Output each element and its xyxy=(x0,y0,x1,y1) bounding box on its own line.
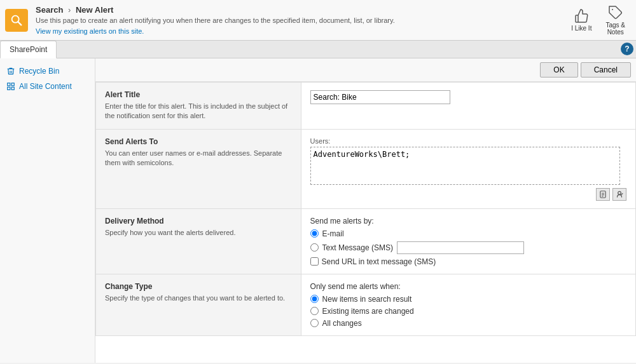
breadcrumb-start: Search xyxy=(36,5,63,15)
send-alerts-to-input-cell: Users: AdventureWorks\Brett; xyxy=(301,129,635,208)
breadcrumb-separator: › xyxy=(68,5,71,15)
change-type-description: Specify the type of changes that you wan… xyxy=(105,293,292,303)
check-names-icon xyxy=(615,190,624,199)
help-button[interactable]: ? xyxy=(621,43,633,55)
delivery-method-label: Delivery Method xyxy=(105,217,292,226)
change-type-label-cell: Change Type Specify the type of changes … xyxy=(96,274,301,335)
email-label: E-mail xyxy=(322,229,344,238)
email-row: E-mail xyxy=(310,229,626,238)
alert-link[interactable]: View my existing alerts on this site. xyxy=(36,27,565,35)
change-radio-0[interactable] xyxy=(310,295,319,303)
delivery-method-label-cell: Delivery Method Specify how you want the… xyxy=(96,208,301,274)
alert-title-input[interactable] xyxy=(310,90,450,104)
check-names-button[interactable] xyxy=(612,188,626,201)
alert-title-row: Alert Title Enter the title for this ale… xyxy=(96,83,636,130)
action-bar: OK Cancel xyxy=(95,58,636,82)
alert-title-label: Alert Title xyxy=(105,90,292,99)
svg-rect-4 xyxy=(11,83,14,86)
svg-point-10 xyxy=(618,191,621,194)
sidebar: Recycle Bin All Site Content xyxy=(0,58,95,363)
header-text: Search › New Alert Use this page to crea… xyxy=(36,5,565,34)
form-table: Alert Title Enter the title for this ale… xyxy=(95,82,636,336)
all-site-content-icon xyxy=(6,82,15,91)
send-alerts-to-label-cell: Send Alerts To You can enter user names … xyxy=(96,129,301,208)
change-label-0: New items in search result xyxy=(322,295,412,304)
thumbs-up-icon xyxy=(574,8,589,24)
sidebar-item-all-site-content[interactable]: All Site Content xyxy=(0,79,95,94)
breadcrumb: Search › New Alert xyxy=(36,5,565,15)
change-radio-1[interactable] xyxy=(310,307,319,315)
change-type-radio-group: New items in search result Existing item… xyxy=(310,295,626,328)
change-type-option-1: Existing items are changed xyxy=(310,307,626,316)
address-book-icon xyxy=(598,190,607,199)
sms-label: Text Message (SMS) xyxy=(322,243,393,252)
delivery-method-input-cell: Send me alerts by: E-mail Text Message (… xyxy=(301,208,635,274)
i-like-it-label: I Like It xyxy=(571,25,591,32)
change-type-row: Change Type Specify the type of changes … xyxy=(96,274,636,335)
sms-input[interactable] xyxy=(397,241,524,254)
sidebar-all-site-content-label: All Site Content xyxy=(19,82,72,91)
breadcrumb-page: New Alert xyxy=(76,5,113,15)
email-radio[interactable] xyxy=(310,229,319,238)
app-icon xyxy=(5,9,28,32)
send-alerts-to-description: You can enter user names or e-mail addre… xyxy=(105,149,292,168)
alert-title-description: Enter the title for this alert. This is … xyxy=(105,102,292,121)
content: OK Cancel Alert Title Enter the title fo… xyxy=(95,58,636,363)
send-url-row: Send URL in text message (SMS) xyxy=(310,257,626,266)
users-textarea[interactable]: AdventureWorks\Brett; xyxy=(310,147,620,185)
send-alerts-to-row: Send Alerts To You can enter user names … xyxy=(96,129,636,208)
send-alerts-by-label: Send me alerts by: xyxy=(310,217,626,226)
address-book-button[interactable] xyxy=(596,188,610,201)
svg-rect-5 xyxy=(8,87,10,90)
sidebar-recycle-bin-label: Recycle Bin xyxy=(19,67,59,76)
recycle-bin-icon xyxy=(6,67,15,76)
top-bar: Search › New Alert Use this page to crea… xyxy=(0,0,636,41)
change-type-option-0: New items in search result xyxy=(310,295,626,304)
search-app-icon xyxy=(10,13,24,27)
send-alerts-to-label: Send Alerts To xyxy=(105,137,292,146)
svg-rect-6 xyxy=(11,87,14,90)
main-layout: Recycle Bin All Site Content OK Cancel A… xyxy=(0,58,636,363)
tab-sharepoint[interactable]: SharePoint xyxy=(0,41,57,58)
ribbon-icons: I Like It Tags & Notes xyxy=(565,2,631,39)
send-url-label: Send URL in text message (SMS) xyxy=(322,257,436,266)
sms-row: Text Message (SMS) xyxy=(310,241,626,254)
ok-button[interactable]: OK xyxy=(540,62,577,78)
change-type-option-2: All changes xyxy=(310,319,626,328)
svg-rect-3 xyxy=(8,83,10,86)
sidebar-item-recycle-bin[interactable]: Recycle Bin xyxy=(0,64,95,79)
send-url-checkbox[interactable] xyxy=(310,257,319,266)
users-label: Users: xyxy=(310,137,626,145)
delivery-method-description: Specify how you want the alerts delivere… xyxy=(105,228,292,238)
alert-title-label-cell: Alert Title Enter the title for this ale… xyxy=(96,83,301,130)
sms-radio[interactable] xyxy=(310,243,319,252)
subtitle: Use this page to create an alert notifyi… xyxy=(36,16,565,25)
change-type-label: Change Type xyxy=(105,282,292,291)
change-radio-2[interactable] xyxy=(310,319,319,327)
i-like-it-button[interactable]: I Like It xyxy=(565,5,597,35)
tags-notes-label: Tags & Notes xyxy=(605,22,625,36)
change-type-input-cell: Only send me alerts when: New items in s… xyxy=(301,274,635,335)
delivery-method-row: Delivery Method Specify how you want the… xyxy=(96,208,636,274)
change-label-2: All changes xyxy=(322,319,362,328)
svg-line-1 xyxy=(18,22,21,25)
alert-title-input-cell xyxy=(301,83,635,130)
tags-icon xyxy=(608,5,623,20)
tab-bar: SharePoint ? xyxy=(0,41,636,58)
change-label-1: Existing items are changed xyxy=(322,307,414,316)
only-send-label: Only send me alerts when: xyxy=(310,282,626,291)
tags-notes-button[interactable]: Tags & Notes xyxy=(600,2,631,39)
cancel-button[interactable]: Cancel xyxy=(581,62,631,78)
users-icons xyxy=(310,188,626,201)
